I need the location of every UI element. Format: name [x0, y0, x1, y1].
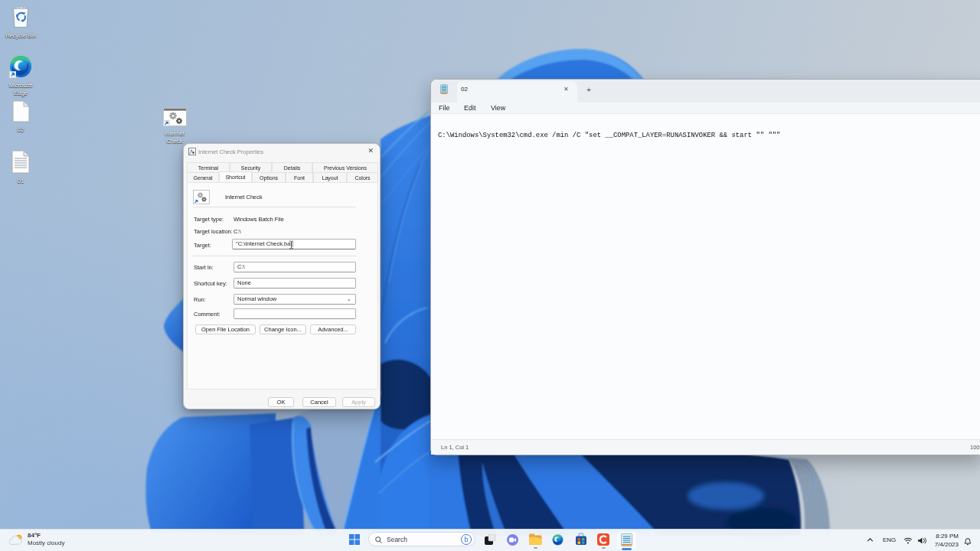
svg-text:b: b — [464, 536, 468, 543]
